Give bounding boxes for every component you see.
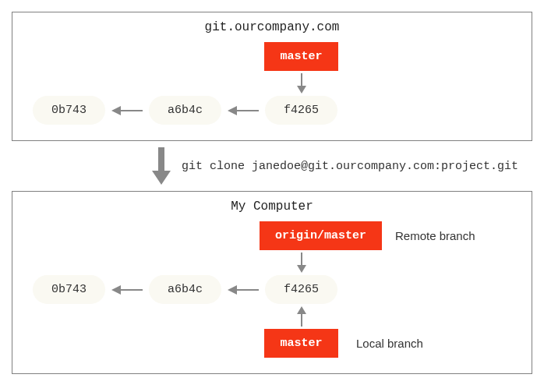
remote-commit-chain: 0b743 a6b4c f4265 (28, 96, 516, 125)
remote-tracking-row: origin/master Remote branch (28, 221, 516, 250)
local-commit-chain: 0b743 a6b4c f4265 (28, 275, 516, 304)
svg-marker-9 (297, 265, 306, 273)
arrow-left-icon (111, 103, 143, 118)
remote-repo-panel: git.ourcompany.com master 0b743 (12, 12, 532, 141)
commit-node: 0b743 (33, 275, 105, 304)
commit-node: a6b4c (149, 275, 221, 304)
arrow-left-icon (228, 103, 259, 118)
arrow-up-icon (294, 306, 309, 327)
remote-branch-label: Remote branch (395, 229, 475, 242)
arrow-left-icon (111, 282, 143, 298)
big-arrow-down-icon (152, 147, 171, 185)
svg-marker-11 (111, 285, 121, 295)
commit-node: f4265 (265, 275, 337, 304)
master-branch-tag: master (264, 42, 337, 71)
svg-rect-6 (158, 147, 164, 172)
clone-command: git clone janedoe@git.ourcompany.com:pro… (182, 160, 518, 173)
svg-marker-3 (111, 106, 121, 115)
arrow-left-icon (228, 282, 259, 298)
clone-row: git clone janedoe@git.ourcompany.com:pro… (12, 147, 532, 185)
commit-node: f4265 (265, 96, 337, 125)
svg-marker-13 (228, 285, 237, 295)
commit-node: 0b743 (33, 96, 105, 125)
local-master-tag: master (264, 329, 337, 358)
origin-master-tag: origin/master (260, 221, 382, 250)
svg-marker-5 (228, 106, 237, 115)
local-branch-label: Local branch (356, 337, 423, 350)
local-repo-title: My Computer (28, 200, 516, 214)
local-branch-row: master Local branch (28, 329, 516, 358)
remote-branch-row: master (28, 42, 516, 96)
arrow-down-icon (294, 73, 309, 94)
commit-node: a6b4c (149, 96, 221, 125)
svg-marker-7 (152, 171, 171, 185)
svg-marker-1 (297, 86, 306, 94)
arrow-down-icon (294, 253, 309, 273)
remote-repo-title: git.ourcompany.com (28, 20, 516, 34)
local-repo-panel: My Computer origin/master Remote branch (12, 191, 532, 374)
